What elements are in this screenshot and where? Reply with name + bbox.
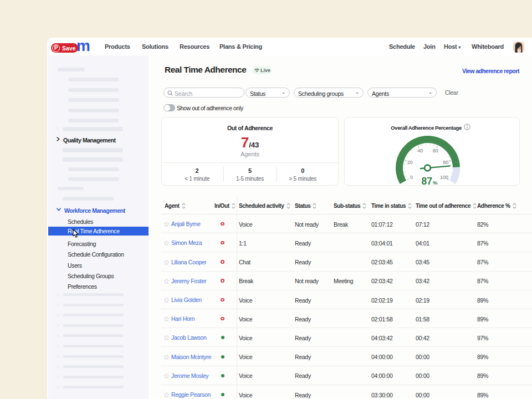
svg-text:80: 80 — [443, 160, 448, 165]
svg-text:60: 60 — [433, 148, 438, 154]
svg-text:87: 87 — [422, 176, 432, 186]
svg-text:40: 40 — [417, 148, 423, 154]
svg-text:20: 20 — [407, 160, 413, 165]
svg-text:0: 0 — [410, 175, 413, 180]
svg-text:%: % — [433, 180, 438, 186]
svg-text:100: 100 — [440, 175, 448, 180]
